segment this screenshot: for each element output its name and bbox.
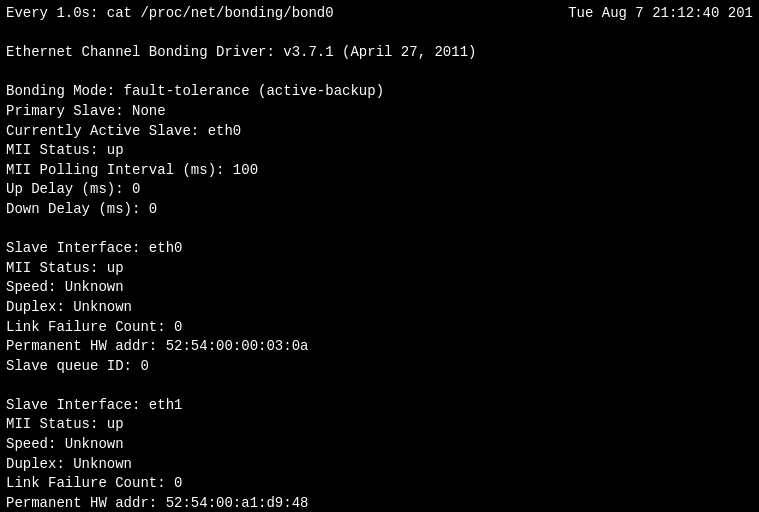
terminal-line: Link Failure Count: 0 bbox=[6, 474, 753, 494]
terminal-timestamp: Tue Aug 7 21:12:40 201 bbox=[568, 4, 753, 24]
terminal-line: Duplex: Unknown bbox=[6, 455, 753, 475]
terminal-line bbox=[6, 24, 753, 44]
terminal-line: Speed: Unknown bbox=[6, 278, 753, 298]
terminal-line: Slave queue ID: 0 bbox=[6, 357, 753, 377]
terminal-body: Ethernet Channel Bonding Driver: v3.7.1 … bbox=[6, 24, 753, 512]
terminal-line: Primary Slave: None bbox=[6, 102, 753, 122]
terminal-header: Every 1.0s: cat /proc/net/bonding/bond0 … bbox=[6, 4, 753, 24]
terminal-line: MII Status: up bbox=[6, 141, 753, 161]
terminal-window: Every 1.0s: cat /proc/net/bonding/bond0 … bbox=[6, 4, 753, 512]
terminal-line: Up Delay (ms): 0 bbox=[6, 180, 753, 200]
terminal-line: MII Polling Interval (ms): 100 bbox=[6, 161, 753, 181]
terminal-line: Permanent HW addr: 52:54:00:a1:d9:48 bbox=[6, 494, 753, 512]
terminal-line: Slave Interface: eth0 bbox=[6, 239, 753, 259]
terminal-line: Slave Interface: eth1 bbox=[6, 396, 753, 416]
terminal-line: Duplex: Unknown bbox=[6, 298, 753, 318]
terminal-line: Down Delay (ms): 0 bbox=[6, 200, 753, 220]
terminal-line: MII Status: up bbox=[6, 415, 753, 435]
terminal-line bbox=[6, 63, 753, 83]
terminal-line: Link Failure Count: 0 bbox=[6, 318, 753, 338]
terminal-line: Permanent HW addr: 52:54:00:00:03:0a bbox=[6, 337, 753, 357]
terminal-command: Every 1.0s: cat /proc/net/bonding/bond0 bbox=[6, 4, 568, 24]
terminal-line: Bonding Mode: fault-tolerance (active-ba… bbox=[6, 82, 753, 102]
terminal-line: Ethernet Channel Bonding Driver: v3.7.1 … bbox=[6, 43, 753, 63]
terminal-line: Currently Active Slave: eth0 bbox=[6, 122, 753, 142]
terminal-line: MII Status: up bbox=[6, 259, 753, 279]
terminal-line: Speed: Unknown bbox=[6, 435, 753, 455]
terminal-line bbox=[6, 220, 753, 240]
terminal-line bbox=[6, 376, 753, 396]
